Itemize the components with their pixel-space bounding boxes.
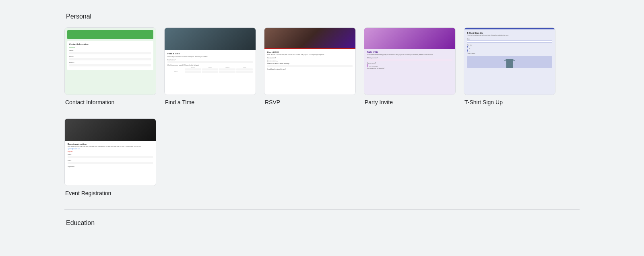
tshirt-radio-xl: XL xyxy=(467,51,552,52)
template-item-event-registration[interactable]: Event registration Event Name: My Event … xyxy=(64,118,156,196)
rsvp-content: Event RSVP Event: My Event • 123 Main St… xyxy=(264,49,355,73)
tshirt-preview-image xyxy=(467,56,552,68)
party-desc: You're invited! We are throwing a party … xyxy=(367,54,452,56)
template-item-contact-information[interactable]: Contact Information Required Name * Emai… xyxy=(64,27,156,105)
rsvp-names-input xyxy=(267,65,353,67)
findtime-title: Find a Time xyxy=(167,52,253,55)
tshirt-size-label: Shirt size xyxy=(467,44,552,46)
template-label-contact-information: Contact Information xyxy=(64,99,114,105)
tshirt-content: T-Shirt Sign Up Fill out the form below … xyxy=(464,29,555,70)
tshirt-name-label: Name xyxy=(467,38,552,40)
findtime-email-input xyxy=(167,61,253,63)
party-image xyxy=(364,28,455,49)
findtime-content: Find a Time Please help us find a time t… xyxy=(165,50,256,76)
contact-email-input xyxy=(69,58,151,60)
template-preview-event-registration[interactable]: Event registration Event Name: My Event … xyxy=(64,118,156,186)
findtime-cell-2-1 xyxy=(185,71,201,73)
tshirt-radio-m-label: M xyxy=(469,48,470,49)
rsvp-title: Event RSVP xyxy=(267,51,353,54)
contact-address-input xyxy=(69,64,151,66)
template-item-tshirt-signup[interactable]: T-Shirt Sign Up Fill out the form below … xyxy=(464,27,555,105)
preview-contact-inner: Contact Information Required Name * Emai… xyxy=(65,28,156,95)
tshirt-radio-s-label: S xyxy=(469,46,470,47)
party-name-label: What is your name? xyxy=(367,57,452,59)
findtime-cell-1-2 xyxy=(202,68,219,70)
eventreg-desc: Event Name: My Event • Start Time: 9am •… xyxy=(68,146,153,148)
eventreg-image xyxy=(65,119,156,141)
template-preview-party-invite[interactable]: Party Invite You're invited! We are thro… xyxy=(364,27,456,95)
findtime-sub-label: Which times are you available? Please ch… xyxy=(167,64,253,66)
findtime-col-saturday: Saturday xyxy=(185,67,201,68)
eventreg-required: Required xyxy=(68,151,153,153)
rsvp-question3: How did you hear about this event? xyxy=(267,68,353,70)
preview-tshirt-inner: T-Shirt Sign Up Fill out the form below … xyxy=(464,28,555,95)
rsvp-desc: Event: My Event • 123 Main Street, New Y… xyxy=(267,54,353,56)
preview-party-inner: Party Invite You're invited! We are thro… xyxy=(364,28,455,95)
party-title: Party Invite xyxy=(367,51,452,53)
findtime-row2-label: Evening xyxy=(167,71,184,73)
page-container: Personal Contact Information Required Na… xyxy=(0,0,644,256)
findtime-col-afternoon: Afternoon xyxy=(219,67,235,68)
party-name-input xyxy=(367,59,452,61)
findtime-cell-1-1 xyxy=(185,68,201,70)
rsvp-radio-yes-label: Yes, I'll be there xyxy=(269,60,277,61)
party-content: Party Invite You're invited! We are thro… xyxy=(364,49,455,72)
eventreg-content: Event registration Event Name: My Event … xyxy=(65,141,156,170)
tshirt-title: T-Shirt Sign Up xyxy=(467,32,552,34)
tshirt-desc: Fill out the form below to sign up for y… xyxy=(467,35,552,37)
contact-address-label: Address xyxy=(69,62,151,64)
party-radio-maybe-label: Sorry, can't make it xyxy=(369,66,378,67)
tshirt-name-input xyxy=(467,40,552,43)
findtime-email-label: Email address * xyxy=(167,59,253,61)
party-radio-yes-label: Yes, I'll be there xyxy=(369,64,376,66)
tshirt-radio-l: L xyxy=(467,50,552,51)
findtime-image xyxy=(165,28,256,50)
template-item-party-invite[interactable]: Party Invite You're invited! We are thro… xyxy=(364,27,456,105)
tshirt-radio-l-dot xyxy=(467,50,468,51)
findtime-col-empty xyxy=(167,67,184,68)
findtime-cell-2-3 xyxy=(219,71,235,73)
preview-eventreg-inner: Event registration Event Name: My Event … xyxy=(65,119,156,186)
contact-name-label: Name * xyxy=(69,50,151,52)
tshirt-radio-xl-label: XL xyxy=(469,51,470,52)
contact-card-title: Contact Information xyxy=(69,43,151,45)
education-section-title: Education xyxy=(64,209,580,227)
education-section: Education xyxy=(64,209,580,227)
template-preview-contact-information[interactable]: Contact Information Required Name * Emai… xyxy=(64,27,156,95)
tshirt-radio-m-dot xyxy=(467,48,468,49)
template-label-party-invite: Party Invite xyxy=(364,99,393,105)
rsvp-radio-no: Sorry, can't make it xyxy=(267,61,353,62)
template-preview-tshirt-signup[interactable]: T-Shirt Sign Up Fill out the form below … xyxy=(464,27,555,95)
rsvp-radio-yes-dot xyxy=(267,60,268,61)
findtime-col-sunday: Sunday xyxy=(202,67,219,68)
tshirt-radio-l-label: L xyxy=(469,50,469,51)
tshirt-preview-label: T-Shirt Preview xyxy=(467,53,552,54)
party-radio-maybe-dot xyxy=(367,66,368,67)
eventreg-organization-label: Organization * xyxy=(68,166,153,167)
tshirt-radio-m: M xyxy=(467,48,552,49)
eventreg-email-input xyxy=(68,162,153,164)
findtime-grid-header-row: Saturday Sunday Afternoon Sunday xyxy=(167,67,253,68)
findtime-col-evening: Sunday xyxy=(236,67,253,68)
template-label-rsvp: RSVP xyxy=(264,99,280,105)
template-label-event-registration: Event Registration xyxy=(64,190,111,196)
tshirt-radio-s: S xyxy=(467,46,552,47)
contact-link: Required xyxy=(69,47,151,48)
findtime-cell-1-3 xyxy=(219,68,235,70)
preview-findtime-inner: Find a Time Please help us find a time t… xyxy=(165,28,256,95)
template-preview-find-a-time[interactable]: Find a Time Please help us find a time t… xyxy=(164,27,256,95)
template-label-tshirt-signup: T-Shirt Sign Up xyxy=(464,99,503,105)
rsvp-radio-no-label: Sorry, can't make it xyxy=(269,61,278,62)
findtime-row-2: Evening xyxy=(167,71,253,73)
findtime-cell-1-4 xyxy=(236,68,253,70)
rsvp-image xyxy=(264,28,355,48)
party-radio-maybe: Sorry, can't make it xyxy=(367,66,452,67)
findtime-cell-2-4 xyxy=(236,71,253,73)
contact-card: Contact Information Required Name * Emai… xyxy=(67,41,153,70)
eventreg-name-label: Name * xyxy=(68,154,153,155)
template-preview-rsvp[interactable]: Event RSVP Event: My Event • 123 Main St… xyxy=(264,27,356,95)
template-item-rsvp[interactable]: Event RSVP Event: My Event • 123 Main St… xyxy=(264,27,356,105)
template-item-find-a-time[interactable]: Find a Time Please help us find a time t… xyxy=(164,27,256,105)
eventreg-title: Event registration xyxy=(68,143,153,145)
rsvp-radio-no-dot xyxy=(267,61,268,62)
